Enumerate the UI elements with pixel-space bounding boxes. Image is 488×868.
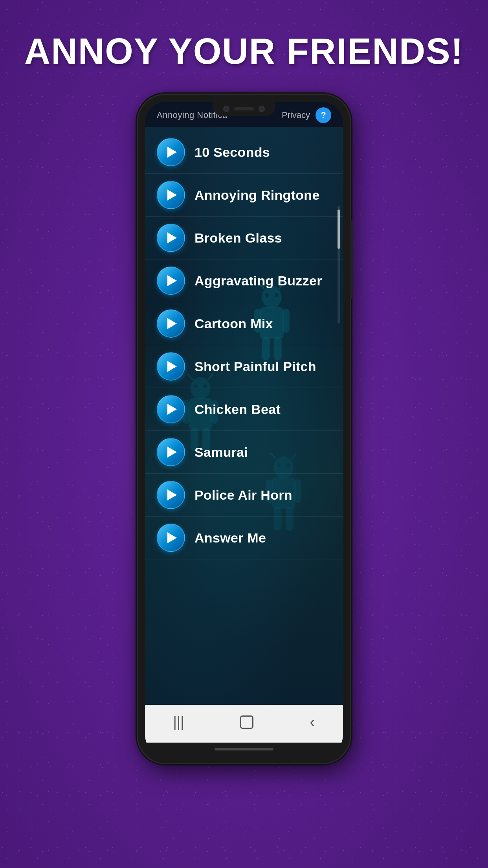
play-icon [167,232,177,243]
play-icon [167,189,177,200]
notch [213,102,275,116]
home-indicator-bar [215,748,273,750]
camera-dot [223,106,229,112]
sound-list-item[interactable]: Police Air Horn [145,474,343,517]
home-indicator-area [145,743,343,756]
play-button-7[interactable] [157,395,185,423]
sound-name-label: Answer Me [194,530,266,546]
sound-name-label: Broken Glass [194,230,282,246]
sound-name-label: 10 Seconds [194,145,270,160]
sound-list: 10 SecondsAnnoying RingtoneBroken GlassA… [145,127,343,563]
sound-list-item[interactable]: Chicken Beat [145,388,343,431]
play-button-1[interactable] [157,138,185,166]
privacy-link[interactable]: Privacy [282,110,310,120]
play-button-4[interactable] [157,267,185,295]
play-button-8[interactable] [157,438,185,466]
play-icon [167,361,177,372]
play-icon [167,318,177,329]
play-icon [167,275,177,286]
sound-list-item[interactable]: Answer Me [145,517,343,559]
play-button-10[interactable] [157,524,185,552]
sound-list-item[interactable]: Samurai [145,431,343,474]
sound-name-label: Short Painful Pitch [194,359,316,374]
face-id-dot [259,106,265,112]
play-icon [167,404,177,415]
sound-list-item[interactable]: Short Painful Pitch [145,345,343,388]
play-button-3[interactable] [157,224,185,252]
phone-device: Annoying Notifica Privacy ? [138,95,350,763]
status-right: Privacy ? [282,107,331,123]
sound-list-item[interactable]: Broken Glass [145,217,343,259]
play-icon [167,532,177,543]
help-button[interactable]: ? [316,107,331,123]
play-button-9[interactable] [157,481,185,509]
back-button[interactable]: ‹ [310,713,315,731]
recent-apps-button[interactable]: ||| [173,715,184,729]
sound-name-label: Annoying Ringtone [194,188,320,203]
sound-name-label: Chicken Beat [194,402,281,417]
sound-name-label: Samurai [194,445,248,460]
status-bar: Annoying Notifica Privacy ? [145,102,343,127]
phone-screen: Annoying Notifica Privacy ? [145,102,343,756]
sound-name-label: Cartoon Mix [194,316,273,331]
phone-frame: Annoying Notifica Privacy ? [138,95,350,763]
sound-name-label: Aggravating Buzzer [194,273,322,289]
home-button[interactable] [240,715,253,729]
sound-name-label: Police Air Horn [194,487,292,503]
play-button-2[interactable] [157,181,185,209]
sound-list-item[interactable]: Aggravating Buzzer [145,259,343,302]
app-content: 10 SecondsAnnoying RingtoneBroken GlassA… [145,127,343,705]
play-icon [167,447,177,458]
play-icon [167,489,177,500]
play-button-6[interactable] [157,352,185,381]
sound-list-item[interactable]: Cartoon Mix [145,302,343,345]
navigation-bar: ||| ‹ [145,705,343,743]
page-title: ANNOY YOUR FRIENDS! [24,31,464,71]
sound-list-item[interactable]: 10 Seconds [145,131,343,174]
sound-list-item[interactable]: Annoying Ringtone [145,174,343,217]
play-icon [167,147,177,158]
play-button-5[interactable] [157,309,185,338]
speaker-grille [234,107,254,110]
